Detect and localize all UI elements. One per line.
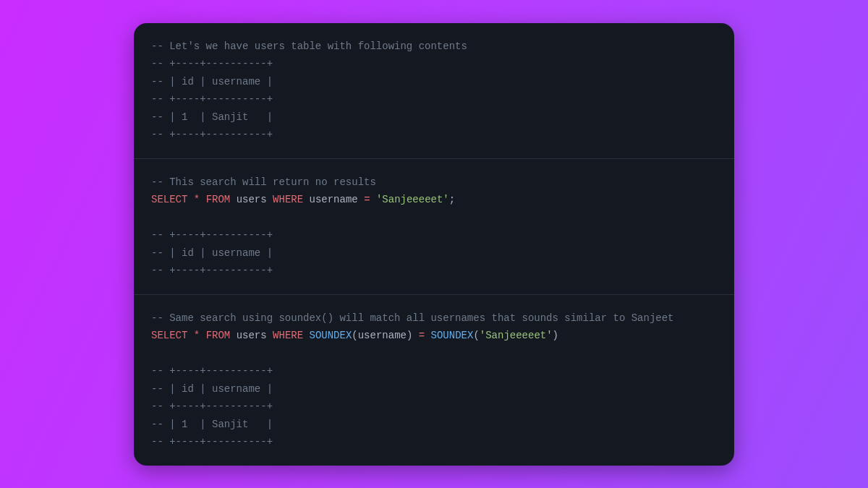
comment-line: -- | id | username | [151,383,273,395]
sql-function: SOUNDEX [310,330,352,341]
comment-line: -- +----+----------+ [151,93,273,105]
comment-line: -- | 1 | Sanjit | [151,419,273,430]
space [230,330,236,341]
space [303,194,309,205]
code-card: -- Let's we have users table with follow… [134,23,734,466]
space [370,194,376,205]
comment-line: -- | id | username | [151,76,273,87]
sql-keyword: FROM [206,194,231,205]
sql-keyword: FROM [206,330,231,341]
sql-punct: ( [473,330,479,341]
sql-punct: ( [352,330,357,341]
code-pre-3: -- Same search using soundex() will matc… [151,309,717,451]
code-block-3: -- Same search using soundex() will matc… [134,295,734,466]
sql-operator: = [364,194,370,205]
sql-identifier: username [310,194,358,205]
comment-line: -- +----+----------+ [151,401,273,412]
code-pre-2: -- This search will return no results SE… [151,174,717,280]
comment-line: -- +----+----------+ [151,229,273,241]
comment-line: -- Let's we have users table with follow… [151,40,467,52]
sql-keyword: SELECT [151,194,187,205]
comment-line: -- +----+----------+ [151,129,273,140]
sql-identifier: username [358,330,407,341]
sql-keyword: WHERE [273,194,303,205]
sql-string: 'Sanjeeeeet' [480,330,553,341]
sql-identifier: users [237,330,267,341]
sql-operator: = [419,330,425,341]
sql-identifier: users [237,194,267,205]
sql-operator: * [187,330,205,341]
space [303,330,309,341]
sql-function: SOUNDEX [431,330,474,341]
sql-punct: ) [553,330,558,341]
comment-line: -- +----+----------+ [151,365,273,377]
comment-line: -- +----+----------+ [151,58,273,69]
comment-line: -- Same search using soundex() will matc… [151,312,674,324]
space [425,330,430,341]
comment-line: -- | id | username | [151,247,273,259]
space [267,330,273,341]
space [230,194,236,205]
sql-keyword: SELECT [151,330,187,341]
sql-string: 'Sanjeeeeet' [376,194,449,205]
sql-operator: * [187,194,205,205]
space [358,194,364,205]
code-block-2: -- This search will return no results SE… [134,159,734,295]
comment-line: -- +----+----------+ [151,265,273,276]
comment-line: -- +----+----------+ [151,436,273,448]
code-pre-1: -- Let's we have users table with follow… [151,38,717,144]
sql-punct: ; [449,194,455,205]
comment-line: -- | 1 | Sanjit | [151,111,273,123]
space [412,330,418,341]
code-block-1: -- Let's we have users table with follow… [134,23,734,159]
comment-line: -- This search will return no results [151,176,376,188]
sql-keyword: WHERE [273,330,303,341]
space [267,194,273,205]
